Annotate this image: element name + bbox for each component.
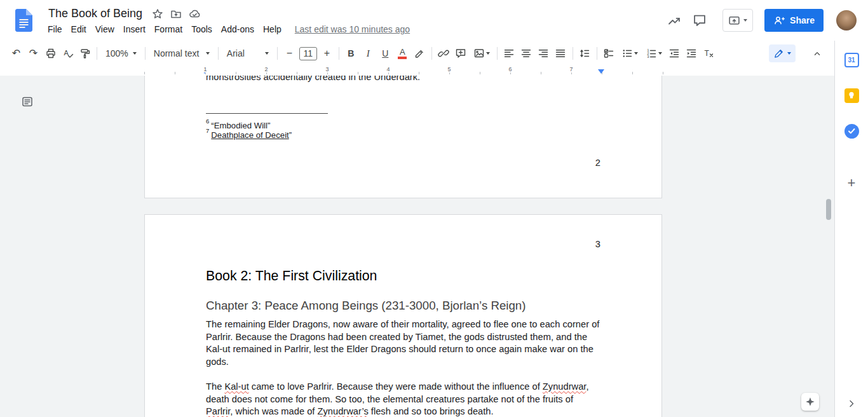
user-avatar[interactable] bbox=[836, 10, 857, 31]
right-indent-marker[interactable] bbox=[598, 69, 604, 74]
menu-view[interactable]: View bbox=[91, 23, 119, 36]
justify-button[interactable] bbox=[552, 45, 569, 62]
footnote-7[interactable]: 7Deathplace of Deceit” bbox=[206, 129, 600, 140]
hide-side-panel-button[interactable] bbox=[843, 395, 860, 412]
numbered-list-button[interactable]: 123 bbox=[642, 45, 666, 62]
chapter-heading[interactable]: Chapter 3: Peace Among Beings (231-3000,… bbox=[206, 299, 600, 313]
page-number: 2 bbox=[595, 158, 600, 168]
style-value: Normal text bbox=[154, 48, 200, 58]
doc-title[interactable]: The Book of Being bbox=[46, 7, 145, 20]
font-size-input[interactable]: 11 bbox=[299, 47, 317, 60]
print-button[interactable] bbox=[42, 45, 59, 62]
title-block: The Book of Being File Edit View Insert … bbox=[46, 6, 410, 36]
bold-button[interactable]: B bbox=[342, 45, 360, 62]
ruler-number: 2 bbox=[262, 66, 270, 72]
align-center-button[interactable] bbox=[518, 45, 535, 62]
align-center-icon bbox=[520, 48, 532, 59]
hide-menus-button[interactable] bbox=[808, 45, 825, 62]
insert-image-button[interactable] bbox=[470, 45, 494, 62]
increase-indent-button[interactable] bbox=[683, 45, 700, 62]
move-folder-icon[interactable] bbox=[170, 8, 182, 20]
tasks-icon bbox=[844, 124, 859, 139]
menu-help[interactable]: Help bbox=[259, 23, 286, 36]
last-edit-link[interactable]: Last edit was 10 minutes ago bbox=[295, 24, 410, 34]
menu-edit[interactable]: Edit bbox=[67, 23, 91, 36]
text-color-button[interactable]: A bbox=[394, 45, 411, 62]
font-select[interactable]: Arial bbox=[222, 45, 274, 62]
doc-status-cloud-icon[interactable] bbox=[189, 8, 201, 20]
styles-select[interactable]: Normal text bbox=[149, 45, 215, 62]
minus-icon: − bbox=[287, 48, 292, 58]
toolbar-separator bbox=[573, 47, 573, 60]
document-outline-icon bbox=[22, 96, 33, 107]
text-segment: The remaining Elder Dragons, now aware o… bbox=[206, 319, 599, 367]
paragraph-line[interactable]: monstrosities accidentally created in th… bbox=[206, 76, 600, 82]
decrease-indent-button[interactable] bbox=[666, 45, 683, 62]
show-outline-button[interactable] bbox=[19, 93, 36, 110]
toolbar-separator bbox=[339, 47, 339, 60]
docs-logo[interactable] bbox=[15, 9, 32, 34]
spellcheck-button[interactable]: A bbox=[59, 45, 76, 62]
highlight-color-button[interactable] bbox=[411, 45, 428, 62]
menu-tools[interactable]: Tools bbox=[187, 23, 217, 36]
present-button[interactable] bbox=[722, 9, 753, 32]
menu-format[interactable]: Format bbox=[150, 23, 187, 36]
decrease-font-size-button[interactable]: − bbox=[281, 45, 298, 62]
align-left-button[interactable] bbox=[501, 45, 518, 62]
bulleted-list-button[interactable] bbox=[618, 45, 642, 62]
book-heading[interactable]: Book 2: The First Civilization bbox=[206, 268, 600, 284]
page-3[interactable]: 3 Book 2: The First Civilization Chapter… bbox=[144, 214, 662, 417]
menu-addons[interactable]: Add-ons bbox=[217, 23, 259, 36]
undo-button[interactable]: ↶ bbox=[8, 45, 25, 62]
present-screen-icon bbox=[728, 15, 740, 27]
tasks-button[interactable] bbox=[843, 123, 860, 139]
vertical-scrollbar-thumb[interactable] bbox=[826, 199, 831, 220]
redo-icon: ↷ bbox=[29, 48, 37, 58]
ruler-number: 7 bbox=[567, 66, 575, 72]
keep-button[interactable] bbox=[843, 87, 860, 104]
add-comment-button[interactable] bbox=[452, 45, 470, 62]
toolbar-separator bbox=[97, 47, 97, 60]
calendar-button[interactable]: 31 bbox=[843, 51, 860, 68]
misspelled-word: Zynudrwar bbox=[543, 381, 587, 392]
activity-dashboard-button[interactable] bbox=[661, 9, 687, 32]
underline-button[interactable]: U bbox=[377, 45, 394, 62]
side-panel-rail: 31 + bbox=[834, 41, 868, 417]
image-icon bbox=[473, 48, 485, 59]
line-spacing-button[interactable] bbox=[576, 45, 593, 62]
increase-indent-icon bbox=[686, 48, 697, 59]
keep-icon bbox=[844, 88, 859, 103]
insert-link-button[interactable] bbox=[435, 45, 452, 62]
star-icon[interactable] bbox=[152, 8, 163, 20]
redo-button[interactable]: ↷ bbox=[25, 45, 42, 62]
increase-font-size-button[interactable]: + bbox=[318, 45, 336, 62]
misspelled-word: Parlrir bbox=[206, 406, 230, 416]
comment-history-button[interactable] bbox=[687, 9, 712, 32]
menu-file[interactable]: File bbox=[43, 23, 67, 36]
editing-mode-button[interactable] bbox=[769, 44, 796, 62]
paint-format-button[interactable] bbox=[76, 45, 93, 62]
paragraph[interactable]: The Kal-ut came to love Parlrir. Because… bbox=[206, 381, 602, 417]
share-button[interactable]: Share bbox=[764, 9, 824, 32]
calendar-icon: 31 bbox=[844, 53, 859, 67]
zoom-select[interactable]: 100% bbox=[100, 45, 142, 62]
toolbar-separator bbox=[145, 47, 146, 60]
menu-insert[interactable]: Insert bbox=[119, 23, 150, 36]
align-right-button[interactable] bbox=[535, 45, 552, 62]
paragraph[interactable]: The remaining Elder Dragons, now aware o… bbox=[206, 318, 602, 368]
svg-text:A: A bbox=[64, 49, 69, 57]
ruler: 1 2 3 4 5 6 7 bbox=[0, 66, 834, 76]
italic-button[interactable]: I bbox=[360, 45, 377, 62]
chevron-down-icon bbox=[206, 52, 210, 55]
ruler-number: 4 bbox=[384, 66, 392, 72]
checklist-button[interactable] bbox=[600, 45, 618, 62]
explore-button[interactable] bbox=[801, 393, 819, 411]
clear-formatting-button[interactable]: T bbox=[700, 45, 717, 62]
page-2[interactable]: monstrosities accidentally created in th… bbox=[144, 76, 662, 198]
plus-icon: + bbox=[324, 48, 330, 58]
toolbar-separator bbox=[497, 47, 498, 60]
align-right-icon bbox=[538, 48, 549, 59]
get-addons-button[interactable]: + bbox=[843, 176, 860, 190]
link-icon bbox=[438, 48, 449, 59]
numbered-list-icon: 123 bbox=[646, 48, 657, 59]
